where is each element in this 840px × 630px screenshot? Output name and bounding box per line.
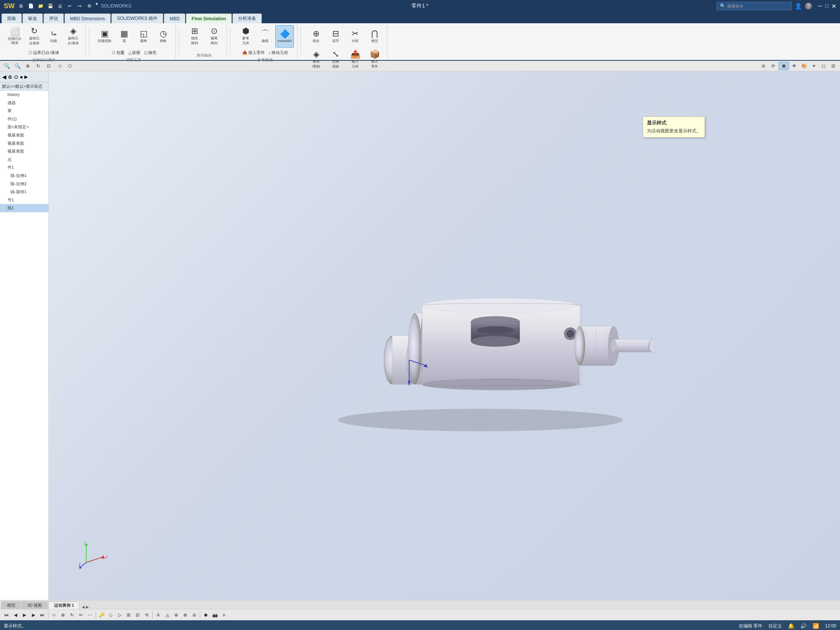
sidebar-item-notes[interactable]: 辈 [0, 107, 48, 115]
btn-rib[interactable]: ▦ 筋 [115, 25, 134, 47]
sidebar-expand-icon[interactable]: ◀ [2, 74, 6, 80]
sidebar-item-sketch1[interactable]: 号1 [0, 196, 48, 204]
btn-revolve-boss[interactable]: ↻ 旋转凸台基体 [25, 25, 44, 47]
btm-record[interactable]: ⏺ [202, 611, 210, 619]
sidebar-compass-btn[interactable]: ⊙ [14, 74, 18, 80]
btm-prev-frame[interactable]: ◀ [11, 611, 19, 619]
btn-circular-pattern[interactable]: ⊙ 圆周阵列 [205, 25, 224, 47]
save-btn[interactable]: 💾 [46, 2, 54, 10]
sidebar-item-part1[interactable]: 件1 [0, 164, 48, 172]
sidebar-item-origin[interactable]: 点 [0, 156, 48, 164]
btm-play-prev[interactable]: ⏮ [2, 611, 11, 619]
redo-btn[interactable]: ↪ [75, 2, 84, 10]
sidebar-item-right-plane[interactable]: 视基准面 [0, 147, 48, 156]
maximize-btn[interactable]: □ [825, 3, 828, 9]
btn-hide-show[interactable]: 👁 [790, 62, 799, 70]
sidebar-item-part[interactable]: 件(1) [0, 115, 48, 123]
btn-extrude-boss[interactable]: ⬜ 拉伸凸台/基体 [5, 25, 24, 47]
print-btn[interactable]: 🖨 [56, 2, 64, 10]
new-btn[interactable]: 📄 [27, 2, 35, 10]
btn-move[interactable]: ↕ 移动几何 [267, 48, 289, 57]
minimize-btn[interactable]: ─ [818, 3, 822, 9]
btm-move[interactable]: ⊕ [59, 611, 67, 619]
btn-view-setting[interactable]: ◻ [819, 62, 828, 70]
btn-shell[interactable]: ◻ 抽壳 [142, 48, 158, 57]
btm-play-next[interactable]: ⏭ [38, 611, 46, 619]
undo-btn[interactable]: ↩ [66, 2, 74, 10]
btn-rotate[interactable]: ↻ [34, 62, 43, 70]
btm-next-frame[interactable]: ▶ [29, 611, 38, 619]
btn-insert-part[interactable]: 📦 插入零件 [365, 48, 384, 71]
btn-std-views[interactable]: ⊡ [44, 62, 53, 70]
btn-zoom-in[interactable]: 🔍 [13, 62, 22, 70]
btn-scene[interactable]: ☀ [809, 62, 818, 70]
btm-key2[interactable]: ◇ [106, 611, 115, 619]
btn-dynamic[interactable]: ⟳ [769, 62, 778, 70]
user-icon[interactable]: 👤 [795, 3, 802, 10]
tray-notify[interactable]: 🔔 [788, 623, 794, 629]
btm-rotate[interactable]: ↻ [68, 611, 76, 619]
btm-more1[interactable]: ⊟ [134, 611, 142, 619]
dropdown-arrow[interactable]: ▼ [95, 2, 99, 10]
btn-sweep[interactable]: ⤿ 扫描 [44, 25, 63, 47]
sidebar-item-line1[interactable]: 线1 [0, 204, 48, 212]
tab-flow-simulation[interactable]: Flow Simulation [186, 14, 232, 23]
tab-evaluate[interactable]: 评估 [44, 14, 64, 23]
btm-tool5[interactable]: ⊘ [190, 611, 198, 619]
btm-key3[interactable]: ▷ [115, 611, 124, 619]
tab-analysis[interactable]: 分析准备 [232, 14, 262, 23]
btn-section[interactable]: ⊘ [759, 62, 768, 70]
btn-prev-view[interactable]: ◁ [55, 62, 64, 70]
btn-zoom-to-fit[interactable]: 🔍 [2, 62, 11, 70]
btn-split[interactable]: ✂ 分割 [346, 25, 365, 47]
btn-loft[interactable]: ◈ 放样凸台/基体 [64, 25, 82, 47]
btn-move-face[interactable]: ◈ 移动/复制 [307, 48, 325, 71]
tab-motion[interactable]: 运动算例 1 [48, 602, 79, 609]
tab-3d-view[interactable]: 3D 视图 [22, 602, 47, 609]
close-btn[interactable]: ✕ [831, 3, 836, 10]
btm-play[interactable]: ▶ [20, 611, 28, 619]
btm-select[interactable]: ⊹ [50, 611, 58, 619]
open-btn[interactable]: 📁 [36, 2, 45, 10]
btm-joint[interactable]: ⊞ [125, 611, 133, 619]
btm-more3[interactable]: ≡ [220, 611, 228, 619]
btn-draft[interactable]: ◱ 圆角 [134, 25, 153, 47]
btn-draft2[interactable]: △ 拔模 [127, 48, 142, 57]
btn-linear-pattern[interactable]: ⊞ 线性阵列 [185, 25, 204, 47]
btn-scale[interactable]: ⤡ 比例缩放 [326, 48, 345, 71]
btn-ref-geom[interactable]: ⬢ 参考几何 [236, 25, 255, 47]
tab-sw-plugins[interactable]: SOLIDWORKS 插件 [111, 14, 164, 23]
sidebar-item-front-plane[interactable]: 视基准面 [0, 131, 48, 139]
options-btn[interactable]: ⚙ [85, 2, 93, 10]
btm-path[interactable]: ⋯ [86, 611, 94, 619]
btn-viewport[interactable]: ⊟ [829, 62, 838, 70]
sidebar-item-extrude1[interactable]: 除-拉伸1 [0, 172, 48, 180]
btm-tool2[interactable]: ◬ [163, 611, 171, 619]
sidebar-item-material[interactable]: 面<未指定> [0, 123, 48, 131]
btn-combine[interactable]: ⊕ 组合 [307, 25, 325, 47]
btm-tool1[interactable]: A [154, 611, 163, 619]
search-box[interactable]: 🔍 搜索命令 [717, 2, 792, 10]
btn-instant3d[interactable]: 🔷 Instant3D [275, 25, 294, 47]
sidebar-item-sensors[interactable]: 感器 [0, 99, 48, 107]
sidebar-item-history[interactable]: history [0, 91, 48, 99]
btm-more2[interactable]: ⟲ [142, 611, 151, 619]
tray-network[interactable]: 📶 [813, 623, 819, 629]
btn-curve[interactable]: ⌒ 曲线 [256, 25, 275, 47]
btm-sketch[interactable]: ✏ [77, 611, 85, 619]
btn-appearance[interactable]: 🎨 [799, 62, 808, 70]
tab-mbd-dim[interactable]: MBD Dimensions [65, 14, 111, 23]
btn-insert[interactable]: 📥 插入零件 [241, 48, 266, 57]
3d-viewport[interactable]: x y z 显示样式 为活动视图更改显示样式。 [49, 71, 840, 600]
tray-speaker[interactable]: 🔊 [800, 623, 807, 629]
sidebar-sphere-btn[interactable]: ● [20, 74, 23, 80]
tab-mbd[interactable]: MBD [164, 14, 185, 23]
sidebar-item-revolve1[interactable]: 础-旋转1 [0, 188, 48, 196]
btm-key[interactable]: 🔑 [98, 611, 106, 619]
sidebar-more-btn[interactable]: ▶ [24, 74, 28, 79]
btn-display-style[interactable]: ▣ [778, 62, 789, 70]
sidebar-item-top-plane[interactable]: 视基准面 [0, 139, 48, 148]
btn-wrap[interactable]: ⬡ 包覆 [110, 48, 126, 57]
home-btn[interactable]: ⊞ [17, 2, 25, 10]
btm-camera[interactable]: 📷 [211, 611, 219, 619]
